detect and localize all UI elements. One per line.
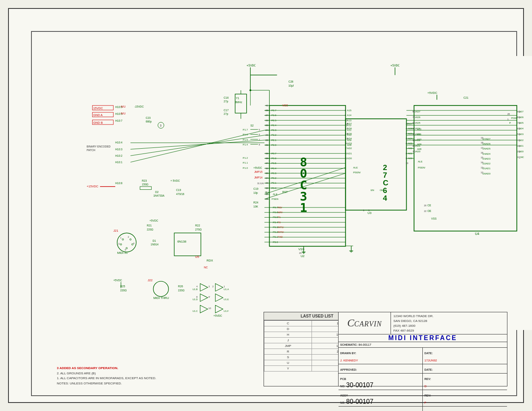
pcb-no-cell: PCBNO: 30-00107 — [339, 374, 423, 390]
svg-text:1Q: 1Q — [517, 156, 520, 158]
svg-text:D2: D2 — [155, 191, 159, 193]
svg-text:AD5: AD5 — [486, 147, 491, 150]
schematic-no: 84-00117 — [358, 343, 371, 347]
svg-text:680p: 680p — [146, 120, 152, 123]
svg-text:+5VDC: +5VDC — [247, 64, 256, 67]
svg-text:P1.6: P1.6 — [243, 133, 248, 136]
svg-text:6: 6 — [259, 133, 260, 136]
svg-text:RD/: RD/ — [278, 206, 282, 209]
notes-area: 3 ADDED AS SECONDARY OPERATION. 2. ALL G… — [57, 366, 254, 386]
svg-text:H10:1: H10:1 — [115, 161, 123, 164]
svg-text:H10:4: H10:4 — [115, 141, 123, 144]
svg-text:15VDC: 15VDC — [93, 106, 103, 110]
svg-text:5Q: 5Q — [517, 133, 520, 135]
svg-text:6N138: 6N138 — [177, 240, 186, 243]
drawn-by-cell: DRAWN BY: J. KENNEDY — [339, 348, 423, 364]
svg-text:1: 1 — [368, 209, 370, 212]
svg-text:T0: T0 — [278, 221, 281, 224]
svg-text:ALE: ALE — [273, 193, 278, 195]
svg-text:150Ω: 150Ω — [142, 183, 148, 186]
info-panel: CCARVIN 12340 WORLD TRADE DR. SAN DIEGO,… — [338, 312, 507, 386]
svg-text:A08: A08 — [417, 147, 422, 150]
svg-text:C23: C23 — [146, 116, 151, 119]
svg-text:A14: A14 — [347, 114, 351, 116]
svg-text:14: 14 — [345, 133, 348, 135]
svg-text:D1: D1 — [153, 239, 156, 242]
svg-text:5: 5 — [125, 249, 126, 251]
svg-text:U1.D: U1.D — [193, 298, 198, 301]
svg-text:10K: 10K — [254, 205, 258, 208]
svg-text:16: 16 — [481, 152, 483, 154]
svg-text:ALE: ALE — [353, 166, 358, 169]
svg-text:8D: 8D — [413, 110, 416, 113]
svg-text:P0.0: P0.0 — [271, 187, 276, 189]
svg-text:7: 7 — [345, 147, 347, 149]
svg-text:220Ω: 220Ω — [120, 289, 127, 292]
svg-text:8: 8 — [259, 143, 260, 146]
svg-text:AD1: AD1 — [486, 167, 491, 170]
svg-text:U2: U2 — [301, 254, 305, 258]
svg-text:U1.C: U1.C — [193, 310, 198, 312]
svg-text:+5VDC: +5VDC — [150, 219, 158, 222]
svg-text:+5VDC: +5VDC — [254, 166, 262, 169]
svg-text:P0.4: P0.4 — [271, 167, 276, 170]
svg-text:P1.7: P1.7 — [243, 128, 248, 131]
svg-text:15: 15 — [481, 156, 483, 159]
svg-text:12: 12 — [481, 171, 483, 174]
svg-text:A06: A06 — [408, 127, 412, 130]
svg-text:P3.5: P3.5 — [273, 216, 278, 218]
svg-text:P3.1: P3.1 — [273, 235, 278, 238]
svg-text:PSEN/: PSEN/ — [418, 166, 426, 169]
svg-text:U1.F: U1.F — [224, 310, 229, 312]
svg-text:3: 3 — [118, 243, 120, 245]
svg-text:8: 8 — [196, 296, 197, 298]
svg-text:U1.A: U1.A — [224, 288, 229, 291]
svg-text:R22: R22 — [195, 224, 200, 227]
svg-text:H10:7: H10:7 — [115, 119, 123, 122]
svg-text:10: 10 — [406, 162, 408, 164]
svg-text:A07: A07 — [408, 122, 412, 125]
svg-text:20: 20 — [299, 252, 301, 254]
svg-text:P0.1: P0.1 — [271, 181, 276, 184]
svg-text:AD3: AD3 — [347, 142, 352, 145]
svg-text:J21: J21 — [113, 229, 118, 232]
note-unless: NOTES: UNLESS OTHERWISE SPECIFIED. — [57, 381, 254, 386]
svg-text:R24: R24 — [254, 201, 258, 204]
svg-text:13: 13 — [345, 137, 348, 140]
svg-text:3: 3 — [345, 157, 347, 160]
approved-date-cell: DATE: — [423, 364, 507, 374]
svg-text:3: 3 — [208, 285, 210, 288]
svg-text:AD7: AD7 — [486, 137, 491, 140]
svg-text:31 EA/: 31 EA/ — [257, 182, 264, 185]
inner-border: MASTER CONNECT MIDI INTERFACE 2 OF 2 MID… — [31, 31, 517, 396]
svg-text:GND A: GND A — [93, 113, 103, 117]
svg-text:WR/: WR/ — [278, 211, 283, 214]
svg-text:AD4: AD4 — [486, 152, 491, 155]
drawn-date-cell: DATE: 17JUN92 — [423, 348, 507, 364]
svg-text:17: 17 — [481, 147, 483, 149]
svg-text:220Ω: 220Ω — [147, 228, 153, 231]
svg-text:U4: U4 — [475, 232, 479, 236]
svg-text:U5: U5 — [195, 255, 199, 259]
svg-text:AD2: AD2 — [347, 147, 352, 149]
svg-text:JMP14: JMP14 — [254, 176, 263, 179]
svg-text:ALE: ALE — [418, 160, 423, 163]
svg-text:NC: NC — [204, 266, 208, 269]
svg-text:CE: CE — [427, 204, 431, 207]
svg-text:6: 6 — [383, 186, 387, 195]
svg-text:AD2: AD2 — [486, 162, 491, 165]
svg-text:10p: 10p — [254, 191, 258, 195]
svg-text:P1.0: P1.0 — [243, 166, 248, 169]
company-logo: CCARVIN — [339, 312, 391, 334]
svg-text:H10:2: H10:2 — [115, 154, 123, 157]
svg-text:P2.4: P2.4 — [271, 124, 276, 127]
svg-text:6Q: 6Q — [517, 127, 520, 130]
svg-text:8Q: 8Q — [517, 116, 520, 118]
svg-text:U1.E: U1.E — [224, 298, 229, 301]
note-2: 2. ALL GROUNDS ARE (B) — [57, 371, 254, 376]
company-name: CARVIN — [354, 320, 382, 328]
svg-text:18: 18 — [345, 122, 348, 125]
svg-text:17: 17 — [345, 127, 348, 130]
svg-text:13: 13 — [481, 166, 483, 169]
svg-point-394 — [249, 89, 251, 91]
